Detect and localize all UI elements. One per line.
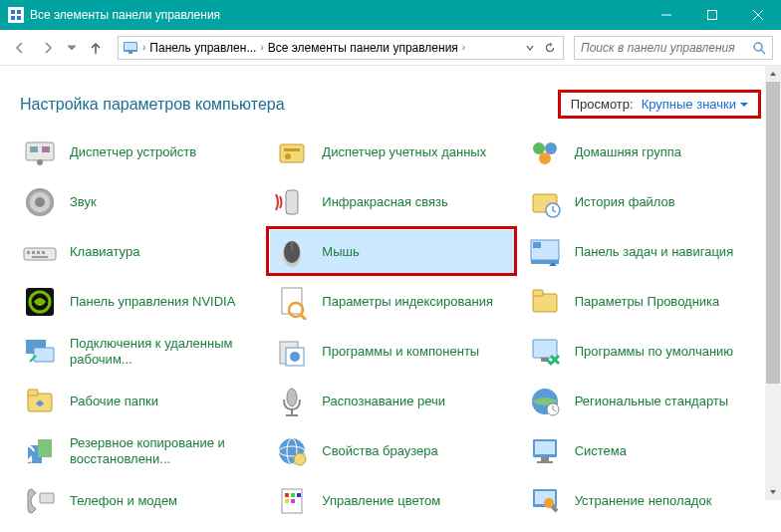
control-panel-item[interactable]: Мышь (270, 230, 514, 274)
control-panel-item[interactable]: Звук (18, 180, 262, 224)
programs-icon (274, 334, 310, 370)
taskbar-icon (527, 234, 563, 270)
defaults-icon (527, 334, 563, 370)
control-panel-item[interactable]: Инфракрасная связь (270, 180, 514, 224)
scroll-up-button[interactable] (765, 66, 781, 82)
control-panel-item[interactable]: Параметры Проводника (523, 280, 767, 324)
history-dropdown[interactable] (64, 36, 80, 60)
address-dropdown[interactable] (521, 37, 539, 59)
page-header: Настройка параметров компьютера Просмотр… (0, 66, 781, 131)
devices-icon (22, 134, 58, 170)
control-panel-items: Диспетчер устройствДиспетчер учетных дан… (0, 131, 781, 523)
svg-rect-75 (537, 461, 553, 463)
refresh-button[interactable] (541, 37, 559, 59)
control-panel-item[interactable]: Система (523, 429, 767, 473)
svg-rect-46 (282, 288, 302, 314)
svg-rect-59 (28, 390, 38, 396)
filehistory-icon (527, 184, 563, 220)
item-label: Система (575, 443, 627, 459)
svg-rect-52 (34, 348, 54, 362)
control-panel-item[interactable]: Подключения к удаленным рабочим... (18, 330, 262, 374)
svg-rect-0 (11, 10, 15, 14)
item-label: Клавиатура (70, 244, 139, 260)
svg-marker-86 (770, 72, 776, 76)
item-label: Диспетчер учетных данных (322, 144, 486, 160)
address-bar[interactable]: › Панель управлен... › Все элементы пане… (118, 36, 564, 60)
keyboard-icon (22, 234, 58, 270)
control-panel-item[interactable]: Программы по умолчанию (523, 330, 767, 374)
control-panel-item[interactable]: История файлов (523, 180, 767, 224)
control-panel-item[interactable]: Клавиатура (18, 230, 262, 274)
control-panel-item[interactable]: Рабочие папки (18, 380, 262, 423)
item-label: Устранение неполадок (575, 493, 712, 509)
svg-rect-36 (42, 251, 45, 254)
control-panel-item[interactable]: Панель управления NVIDIA (18, 280, 262, 324)
item-label: Программы по умолчанию (575, 344, 733, 360)
control-panel-item[interactable]: Резервное копирование и восстановлени... (18, 429, 262, 473)
control-panel-item[interactable]: Программы и компоненты (270, 330, 514, 374)
svg-rect-2 (11, 16, 15, 20)
breadcrumb-seg1[interactable]: Панель управлен... (149, 41, 256, 55)
svg-rect-37 (32, 256, 48, 258)
maximize-button[interactable] (689, 0, 735, 30)
region-icon (527, 384, 563, 419)
scroll-thumb[interactable] (766, 82, 780, 384)
close-button[interactable] (735, 0, 781, 30)
item-label: История файлов (575, 194, 675, 210)
scroll-down-button[interactable] (765, 484, 781, 500)
phone-icon (22, 483, 58, 519)
window-title: Все элементы панели управления (30, 8, 644, 22)
control-panel-item[interactable]: Панель задач и навигация (523, 230, 767, 274)
search-input[interactable] (581, 41, 752, 55)
control-panel-icon (123, 40, 138, 56)
breadcrumb-seg2[interactable]: Все элементы панели управления (268, 41, 458, 55)
item-label: Инфракрасная связь (322, 194, 447, 210)
view-mode-label: Просмотр: (571, 97, 634, 112)
item-label: Подключения к удаленным рабочим... (70, 336, 258, 369)
svg-rect-18 (42, 146, 50, 152)
svg-rect-17 (30, 146, 38, 152)
control-panel-item[interactable]: Диспетчер устройств (18, 131, 262, 174)
control-panel-item[interactable]: Диспетчер учетных данных (270, 131, 514, 174)
svg-rect-78 (285, 493, 289, 497)
control-panel-item[interactable]: Телефон и модем (18, 479, 262, 523)
back-button[interactable] (8, 36, 32, 60)
svg-point-28 (35, 197, 45, 207)
control-panel-item[interactable]: Свойства браузера (270, 429, 514, 473)
svg-point-60 (287, 389, 297, 406)
control-panel-item[interactable]: Распознавание речи (270, 380, 514, 423)
item-label: Телефон и модем (70, 493, 177, 509)
svg-rect-29 (286, 190, 298, 214)
scroll-track[interactable] (765, 82, 781, 484)
item-label: Мышь (322, 244, 359, 260)
item-label: Управление цветом (322, 493, 440, 509)
svg-rect-82 (291, 499, 295, 503)
control-panel-item[interactable]: Региональные стандарты (523, 380, 767, 423)
nvidia-icon (22, 284, 58, 320)
svg-rect-21 (284, 148, 300, 151)
item-label: Диспетчер устройств (70, 144, 196, 160)
search-box[interactable] (574, 36, 773, 60)
control-panel-item[interactable]: Устранение неполадок (523, 479, 767, 523)
control-panel-item[interactable]: Домашняя группа (523, 131, 767, 174)
control-panel-item[interactable]: Управление цветом (270, 479, 514, 523)
item-label: Параметры Проводника (575, 294, 720, 310)
scrollbar[interactable] (765, 66, 781, 500)
svg-rect-35 (37, 251, 40, 254)
mouse-icon (274, 234, 310, 270)
svg-point-24 (545, 142, 557, 154)
svg-marker-15 (740, 103, 748, 107)
forward-button[interactable] (36, 36, 60, 60)
svg-rect-12 (129, 52, 132, 54)
troubleshoot-icon (527, 483, 563, 519)
item-label: Резервное копирование и восстановлени... (70, 435, 258, 468)
up-button[interactable] (84, 36, 108, 60)
svg-point-13 (754, 43, 762, 51)
svg-rect-56 (533, 340, 557, 358)
svg-rect-34 (32, 251, 35, 254)
system-icon (527, 433, 563, 469)
minimize-button[interactable] (644, 0, 689, 30)
svg-rect-66 (38, 439, 52, 457)
view-mode-dropdown[interactable]: Крупные значки (642, 97, 748, 112)
control-panel-item[interactable]: Параметры индексирования (270, 280, 514, 324)
